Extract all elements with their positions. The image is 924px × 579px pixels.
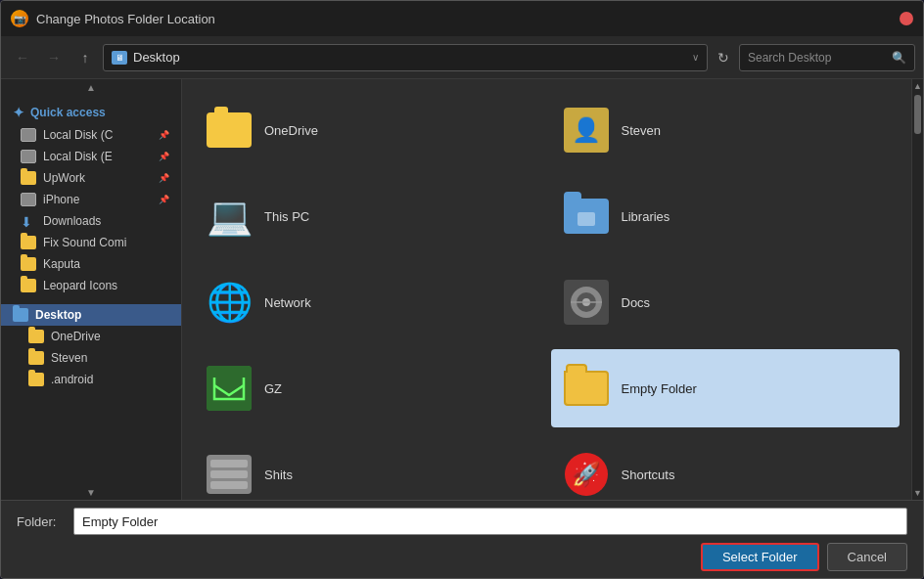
file-icon-steven: 👤	[563, 107, 610, 154]
title-bar-title: Change Photos Folder Location	[36, 12, 892, 26]
drive-icon	[21, 128, 36, 142]
folder-icon	[21, 236, 36, 249]
sidebar-desktop-section: Desktop OneDrive Steven .android	[1, 300, 181, 394]
pin-icon: 📌	[159, 173, 169, 183]
file-name-empty-folder: Empty Folder	[622, 381, 697, 396]
search-icon: 🔍	[892, 51, 906, 65]
folder-icon	[28, 351, 44, 365]
file-name-this-pc: This PC	[264, 209, 309, 224]
chevron-down-icon: ∨	[692, 52, 699, 63]
sidebar-item-iphone[interactable]: iPhone 📌	[1, 189, 181, 210]
select-folder-button[interactable]: Select Folder	[701, 543, 819, 571]
dialog: 📷 Change Photos Folder Location ← → ↑ 🖥 …	[0, 0, 924, 579]
sidebar: ▲ ✦ Quick access Local Disk (C 📌 Local D…	[1, 79, 182, 500]
file-name-docs: Docs	[622, 295, 651, 310]
sidebar-scroll-down[interactable]: ▼	[1, 484, 181, 500]
file-name-onedrive: OneDrive	[264, 123, 318, 138]
refresh-button[interactable]: ↻	[712, 48, 735, 67]
file-item-this-pc[interactable]: 💻 This PC	[194, 177, 543, 255]
main-area: ▲ ✦ Quick access Local Disk (C 📌 Local D…	[1, 79, 923, 500]
sidebar-quick-access-section: ✦ Quick access Local Disk (C 📌 Local Dis…	[1, 95, 181, 300]
sidebar-item-fix-sound[interactable]: Fix Sound Comi	[1, 232, 181, 253]
download-icon: ⬇	[21, 214, 36, 228]
file-grid-wrapper: OneDrive 👤 Steven 💻 This PC	[182, 79, 923, 500]
file-item-onedrive[interactable]: OneDrive	[194, 91, 543, 169]
star-icon: ✦	[13, 105, 24, 120]
button-row: Select Folder Cancel	[17, 543, 907, 571]
sidebar-item-onedrive-sub[interactable]: OneDrive	[1, 326, 181, 347]
search-bar[interactable]: Search Desktop 🔍	[739, 44, 915, 71]
file-item-docs[interactable]: Docs	[551, 263, 901, 341]
folder-input[interactable]	[73, 508, 907, 535]
file-icon-shortcuts: 🚀	[563, 451, 610, 498]
sidebar-item-android[interactable]: .android	[1, 369, 181, 390]
svg-rect-0	[578, 212, 595, 226]
sidebar-item-downloads[interactable]: ⬇ Downloads	[1, 210, 181, 232]
file-icon-onedrive	[206, 107, 253, 154]
title-bar: 📷 Change Photos Folder Location	[1, 1, 923, 36]
folder-icon	[28, 373, 44, 386]
folder-icon	[28, 330, 44, 343]
sidebar-scroll-up[interactable]: ▲	[1, 79, 181, 95]
sidebar-item-local-e[interactable]: Local Disk (E 📌	[1, 146, 181, 167]
sidebar-item-desktop[interactable]: Desktop	[1, 304, 181, 326]
location-icon: 🖥	[112, 51, 127, 65]
file-name-steven: Steven	[622, 123, 661, 138]
file-item-gz[interactable]: GZ	[194, 349, 543, 427]
sidebar-item-local-c[interactable]: Local Disk (C 📌	[1, 124, 181, 146]
scrollbar[interactable]: ▲ ▼	[911, 79, 923, 500]
forward-button[interactable]: →	[40, 44, 68, 71]
file-name-shits: Shits	[264, 468, 293, 482]
file-name-libraries: Libraries	[622, 209, 670, 224]
up-button[interactable]: ↑	[71, 44, 99, 71]
file-icon-empty-folder	[563, 365, 610, 412]
folder-icon	[21, 279, 36, 292]
folder-icon	[13, 308, 28, 322]
sidebar-item-steven-sub[interactable]: Steven	[1, 347, 181, 369]
file-icon-gz	[206, 365, 253, 412]
location-text: Desktop	[133, 50, 180, 65]
file-icon-docs	[563, 279, 610, 326]
pin-icon: 📌	[159, 195, 169, 204]
scroll-thumb[interactable]	[914, 95, 921, 134]
file-name-network: Network	[264, 295, 311, 310]
search-placeholder: Search Desktop	[748, 51, 831, 65]
sidebar-item-upwork[interactable]: UpWork 📌	[1, 167, 181, 189]
file-icon-this-pc: 💻	[206, 193, 253, 240]
sidebar-quick-access-header: ✦ Quick access	[1, 99, 181, 124]
pin-icon: 📌	[159, 130, 169, 140]
file-name-shortcuts: Shortcuts	[622, 468, 675, 482]
title-bar-icon: 📷	[11, 10, 28, 27]
sidebar-item-kaputa[interactable]: Kaputa	[1, 253, 181, 275]
folder-icon	[21, 171, 36, 185]
file-item-shortcuts[interactable]: 🚀 Shortcuts	[551, 435, 901, 500]
phone-icon	[21, 193, 36, 206]
back-button[interactable]: ←	[9, 44, 36, 71]
file-name-gz: GZ	[264, 381, 282, 396]
cancel-button[interactable]: Cancel	[827, 543, 907, 571]
file-icon-shits	[206, 451, 253, 498]
drive-icon	[21, 150, 36, 163]
folder-row: Folder:	[17, 508, 907, 535]
folder-icon	[21, 257, 36, 271]
close-button[interactable]	[900, 12, 913, 25]
file-item-shits[interactable]: Shits	[194, 435, 543, 500]
location-bar[interactable]: 🖥 Desktop ∨	[103, 44, 708, 71]
bottom-bar: Folder: Select Folder Cancel	[1, 500, 923, 578]
file-item-steven[interactable]: 👤 Steven	[551, 91, 901, 169]
folder-label: Folder:	[17, 514, 66, 529]
file-grid: OneDrive 👤 Steven 💻 This PC	[182, 79, 911, 500]
file-item-network[interactable]: 🌐 Network	[194, 263, 543, 341]
file-icon-libraries	[563, 193, 610, 240]
file-item-empty-folder[interactable]: Empty Folder	[551, 349, 901, 427]
file-icon-network: 🌐	[206, 279, 253, 326]
sidebar-item-leopard-icons[interactable]: Leopard Icons	[1, 275, 181, 296]
pin-icon: 📌	[159, 152, 169, 161]
file-item-libraries[interactable]: Libraries	[551, 177, 901, 255]
toolbar: ← → ↑ 🖥 Desktop ∨ ↻ Search Desktop 🔍	[1, 36, 923, 79]
